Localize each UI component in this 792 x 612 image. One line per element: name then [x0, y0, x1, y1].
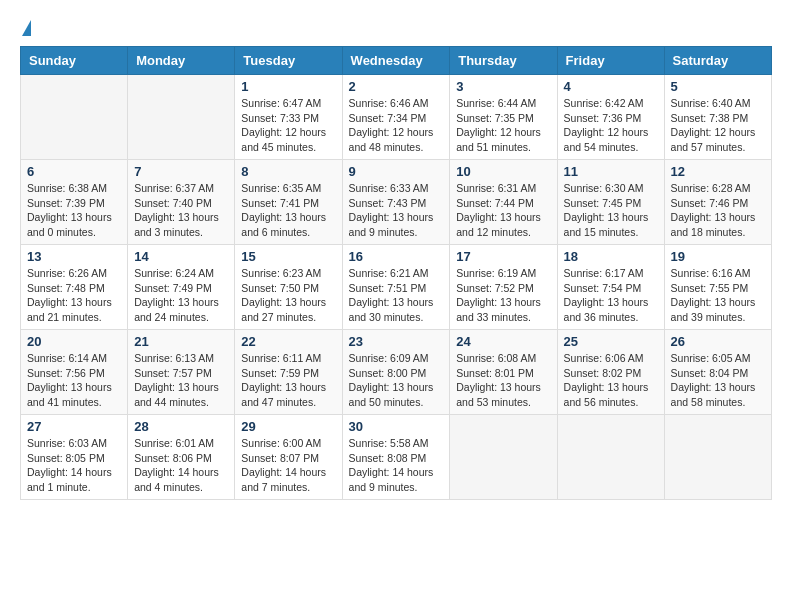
day-number: 29 [241, 419, 335, 434]
calendar-cell: 22Sunrise: 6:11 AM Sunset: 7:59 PM Dayli… [235, 330, 342, 415]
logo [20, 20, 33, 36]
day-info: Sunrise: 6:03 AM Sunset: 8:05 PM Dayligh… [27, 436, 121, 495]
day-info: Sunrise: 6:01 AM Sunset: 8:06 PM Dayligh… [134, 436, 228, 495]
calendar-cell: 30Sunrise: 5:58 AM Sunset: 8:08 PM Dayli… [342, 415, 450, 500]
day-info: Sunrise: 6:23 AM Sunset: 7:50 PM Dayligh… [241, 266, 335, 325]
weekday-header-tuesday: Tuesday [235, 47, 342, 75]
week-row-2: 6Sunrise: 6:38 AM Sunset: 7:39 PM Daylig… [21, 160, 772, 245]
weekday-header-wednesday: Wednesday [342, 47, 450, 75]
day-info: Sunrise: 6:28 AM Sunset: 7:46 PM Dayligh… [671, 181, 765, 240]
day-info: Sunrise: 5:58 AM Sunset: 8:08 PM Dayligh… [349, 436, 444, 495]
calendar-cell: 17Sunrise: 6:19 AM Sunset: 7:52 PM Dayli… [450, 245, 557, 330]
day-number: 11 [564, 164, 658, 179]
calendar-cell: 26Sunrise: 6:05 AM Sunset: 8:04 PM Dayli… [664, 330, 771, 415]
day-number: 2 [349, 79, 444, 94]
day-info: Sunrise: 6:16 AM Sunset: 7:55 PM Dayligh… [671, 266, 765, 325]
page-header [20, 20, 772, 36]
calendar-cell: 24Sunrise: 6:08 AM Sunset: 8:01 PM Dayli… [450, 330, 557, 415]
day-number: 30 [349, 419, 444, 434]
calendar-cell: 7Sunrise: 6:37 AM Sunset: 7:40 PM Daylig… [128, 160, 235, 245]
calendar-cell: 5Sunrise: 6:40 AM Sunset: 7:38 PM Daylig… [664, 75, 771, 160]
day-info: Sunrise: 6:19 AM Sunset: 7:52 PM Dayligh… [456, 266, 550, 325]
weekday-header-sunday: Sunday [21, 47, 128, 75]
weekday-header-monday: Monday [128, 47, 235, 75]
calendar-cell: 14Sunrise: 6:24 AM Sunset: 7:49 PM Dayli… [128, 245, 235, 330]
day-info: Sunrise: 6:31 AM Sunset: 7:44 PM Dayligh… [456, 181, 550, 240]
day-info: Sunrise: 6:24 AM Sunset: 7:49 PM Dayligh… [134, 266, 228, 325]
day-number: 7 [134, 164, 228, 179]
day-info: Sunrise: 6:40 AM Sunset: 7:38 PM Dayligh… [671, 96, 765, 155]
day-info: Sunrise: 6:17 AM Sunset: 7:54 PM Dayligh… [564, 266, 658, 325]
calendar-header-row: SundayMondayTuesdayWednesdayThursdayFrid… [21, 47, 772, 75]
week-row-5: 27Sunrise: 6:03 AM Sunset: 8:05 PM Dayli… [21, 415, 772, 500]
week-row-1: 1Sunrise: 6:47 AM Sunset: 7:33 PM Daylig… [21, 75, 772, 160]
calendar-cell: 18Sunrise: 6:17 AM Sunset: 7:54 PM Dayli… [557, 245, 664, 330]
calendar-cell [21, 75, 128, 160]
day-info: Sunrise: 6:00 AM Sunset: 8:07 PM Dayligh… [241, 436, 335, 495]
calendar-cell: 3Sunrise: 6:44 AM Sunset: 7:35 PM Daylig… [450, 75, 557, 160]
calendar-cell [450, 415, 557, 500]
week-row-4: 20Sunrise: 6:14 AM Sunset: 7:56 PM Dayli… [21, 330, 772, 415]
day-number: 16 [349, 249, 444, 264]
day-number: 27 [27, 419, 121, 434]
weekday-header-thursday: Thursday [450, 47, 557, 75]
day-info: Sunrise: 6:14 AM Sunset: 7:56 PM Dayligh… [27, 351, 121, 410]
calendar-cell: 12Sunrise: 6:28 AM Sunset: 7:46 PM Dayli… [664, 160, 771, 245]
weekday-header-saturday: Saturday [664, 47, 771, 75]
day-number: 9 [349, 164, 444, 179]
calendar-cell: 23Sunrise: 6:09 AM Sunset: 8:00 PM Dayli… [342, 330, 450, 415]
day-number: 4 [564, 79, 658, 94]
day-number: 21 [134, 334, 228, 349]
calendar-cell: 4Sunrise: 6:42 AM Sunset: 7:36 PM Daylig… [557, 75, 664, 160]
day-number: 12 [671, 164, 765, 179]
calendar-cell [128, 75, 235, 160]
calendar-cell: 19Sunrise: 6:16 AM Sunset: 7:55 PM Dayli… [664, 245, 771, 330]
day-number: 10 [456, 164, 550, 179]
calendar-cell: 9Sunrise: 6:33 AM Sunset: 7:43 PM Daylig… [342, 160, 450, 245]
day-number: 23 [349, 334, 444, 349]
day-number: 26 [671, 334, 765, 349]
day-info: Sunrise: 6:47 AM Sunset: 7:33 PM Dayligh… [241, 96, 335, 155]
day-info: Sunrise: 6:42 AM Sunset: 7:36 PM Dayligh… [564, 96, 658, 155]
day-number: 19 [671, 249, 765, 264]
day-number: 14 [134, 249, 228, 264]
week-row-3: 13Sunrise: 6:26 AM Sunset: 7:48 PM Dayli… [21, 245, 772, 330]
day-info: Sunrise: 6:06 AM Sunset: 8:02 PM Dayligh… [564, 351, 658, 410]
calendar-cell: 21Sunrise: 6:13 AM Sunset: 7:57 PM Dayli… [128, 330, 235, 415]
day-number: 3 [456, 79, 550, 94]
day-info: Sunrise: 6:13 AM Sunset: 7:57 PM Dayligh… [134, 351, 228, 410]
calendar-cell: 13Sunrise: 6:26 AM Sunset: 7:48 PM Dayli… [21, 245, 128, 330]
day-number: 6 [27, 164, 121, 179]
calendar-cell: 27Sunrise: 6:03 AM Sunset: 8:05 PM Dayli… [21, 415, 128, 500]
logo-triangle-icon [22, 20, 31, 36]
calendar-cell: 29Sunrise: 6:00 AM Sunset: 8:07 PM Dayli… [235, 415, 342, 500]
weekday-header-friday: Friday [557, 47, 664, 75]
day-info: Sunrise: 6:38 AM Sunset: 7:39 PM Dayligh… [27, 181, 121, 240]
day-info: Sunrise: 6:21 AM Sunset: 7:51 PM Dayligh… [349, 266, 444, 325]
day-info: Sunrise: 6:08 AM Sunset: 8:01 PM Dayligh… [456, 351, 550, 410]
calendar-cell: 16Sunrise: 6:21 AM Sunset: 7:51 PM Dayli… [342, 245, 450, 330]
day-number: 25 [564, 334, 658, 349]
day-number: 28 [134, 419, 228, 434]
day-info: Sunrise: 6:35 AM Sunset: 7:41 PM Dayligh… [241, 181, 335, 240]
day-info: Sunrise: 6:33 AM Sunset: 7:43 PM Dayligh… [349, 181, 444, 240]
calendar-cell: 10Sunrise: 6:31 AM Sunset: 7:44 PM Dayli… [450, 160, 557, 245]
day-info: Sunrise: 6:44 AM Sunset: 7:35 PM Dayligh… [456, 96, 550, 155]
calendar-cell: 8Sunrise: 6:35 AM Sunset: 7:41 PM Daylig… [235, 160, 342, 245]
calendar-cell: 25Sunrise: 6:06 AM Sunset: 8:02 PM Dayli… [557, 330, 664, 415]
day-number: 1 [241, 79, 335, 94]
day-number: 15 [241, 249, 335, 264]
calendar-cell: 28Sunrise: 6:01 AM Sunset: 8:06 PM Dayli… [128, 415, 235, 500]
day-info: Sunrise: 6:05 AM Sunset: 8:04 PM Dayligh… [671, 351, 765, 410]
day-number: 20 [27, 334, 121, 349]
calendar-table: SundayMondayTuesdayWednesdayThursdayFrid… [20, 46, 772, 500]
day-number: 13 [27, 249, 121, 264]
calendar-cell: 20Sunrise: 6:14 AM Sunset: 7:56 PM Dayli… [21, 330, 128, 415]
day-info: Sunrise: 6:37 AM Sunset: 7:40 PM Dayligh… [134, 181, 228, 240]
day-number: 8 [241, 164, 335, 179]
day-info: Sunrise: 6:11 AM Sunset: 7:59 PM Dayligh… [241, 351, 335, 410]
day-info: Sunrise: 6:09 AM Sunset: 8:00 PM Dayligh… [349, 351, 444, 410]
day-info: Sunrise: 6:26 AM Sunset: 7:48 PM Dayligh… [27, 266, 121, 325]
calendar-cell [557, 415, 664, 500]
calendar-cell [664, 415, 771, 500]
